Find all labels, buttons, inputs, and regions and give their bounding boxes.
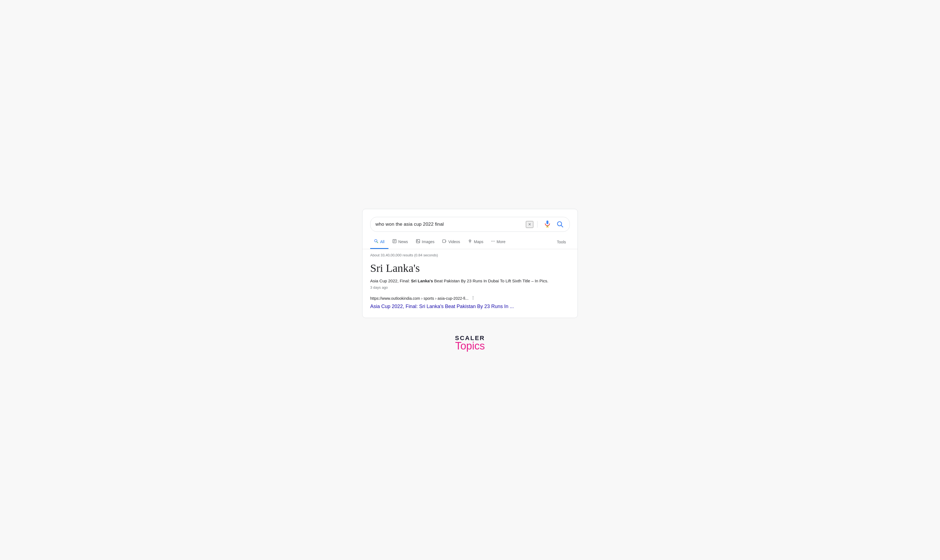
featured-heading: Sri Lanka's	[362, 260, 578, 277]
svg-rect-13	[442, 240, 445, 243]
search-button[interactable]	[556, 220, 564, 229]
tab-videos[interactable]: Videos	[439, 237, 464, 249]
svg-rect-11	[416, 240, 419, 243]
scaler-footer: SCALER Topics	[455, 335, 485, 351]
nav-tabs: All News Images	[362, 232, 578, 249]
tab-images[interactable]: Images	[412, 237, 439, 249]
svg-point-17	[491, 241, 492, 242]
voice-search-button[interactable]	[544, 220, 552, 229]
scaler-topics-logo: SCALER Topics	[455, 335, 485, 351]
videos-tab-icon	[442, 239, 447, 244]
svg-point-19	[494, 241, 495, 242]
search-bar-row: who won the asia cup 2022 final ×	[362, 209, 578, 232]
news-tab-icon	[392, 239, 397, 244]
tab-all[interactable]: All	[370, 237, 388, 249]
tab-images-label: Images	[422, 240, 435, 244]
svg-point-22	[473, 298, 473, 299]
search-divider	[537, 221, 538, 228]
search-results-container: who won the asia cup 2022 final ×	[362, 209, 578, 318]
tab-videos-label: Videos	[448, 240, 460, 244]
svg-point-16	[470, 240, 470, 241]
tab-more-label: More	[496, 240, 505, 244]
tab-news-label: News	[398, 240, 408, 244]
search-icons	[541, 220, 564, 229]
more-tab-icon	[491, 239, 495, 244]
search-box: who won the asia cup 2022 final ×	[370, 217, 570, 232]
maps-tab-icon	[468, 239, 472, 244]
snippet-time: 3 days ago	[370, 285, 570, 289]
snippet-after: Beat Pakistan By 23 Runs In Dubai To Lif…	[433, 278, 548, 283]
tab-maps[interactable]: Maps	[464, 237, 487, 249]
url-text: https://www.outlookindia.com › sports › …	[370, 296, 468, 301]
result-link[interactable]: Asia Cup 2022, Final: Sri Lanka's Beat P…	[370, 304, 514, 309]
results-count: About 33,40,00,000 results (0.84 seconds…	[362, 249, 578, 260]
snippet-text-row: Asia Cup 2022, Final: Sri Lanka's Beat P…	[362, 277, 578, 291]
all-tab-icon	[374, 239, 379, 244]
tab-news[interactable]: News	[388, 237, 412, 249]
svg-point-21	[473, 297, 473, 298]
clear-button[interactable]: ×	[526, 221, 533, 228]
svg-rect-0	[547, 221, 549, 224]
tools-button[interactable]: Tools	[553, 238, 570, 248]
tab-more[interactable]: More	[487, 237, 509, 249]
svg-point-18	[493, 241, 493, 242]
snippet-bold: Sri Lanka's	[411, 278, 433, 283]
svg-marker-14	[445, 241, 447, 242]
url-row: https://www.outlookindia.com › sports › …	[362, 291, 578, 303]
svg-line-6	[377, 242, 378, 243]
search-query-text: who won the asia cup 2022 final	[376, 222, 523, 227]
svg-point-20	[473, 296, 473, 297]
svg-line-4	[561, 225, 563, 227]
tab-maps-label: Maps	[474, 240, 483, 244]
url-menu-icon[interactable]	[471, 295, 475, 302]
result-link-row[interactable]: Asia Cup 2022, Final: Sri Lanka's Beat P…	[362, 303, 578, 309]
topics-label: Topics	[455, 341, 485, 351]
svg-point-12	[417, 240, 418, 241]
snippet-text: Asia Cup 2022, Final: Sri Lanka's Beat P…	[370, 278, 570, 284]
images-tab-icon	[416, 239, 420, 244]
snippet-before: Asia Cup 2022, Final:	[370, 278, 411, 283]
tab-all-label: All	[380, 240, 385, 244]
